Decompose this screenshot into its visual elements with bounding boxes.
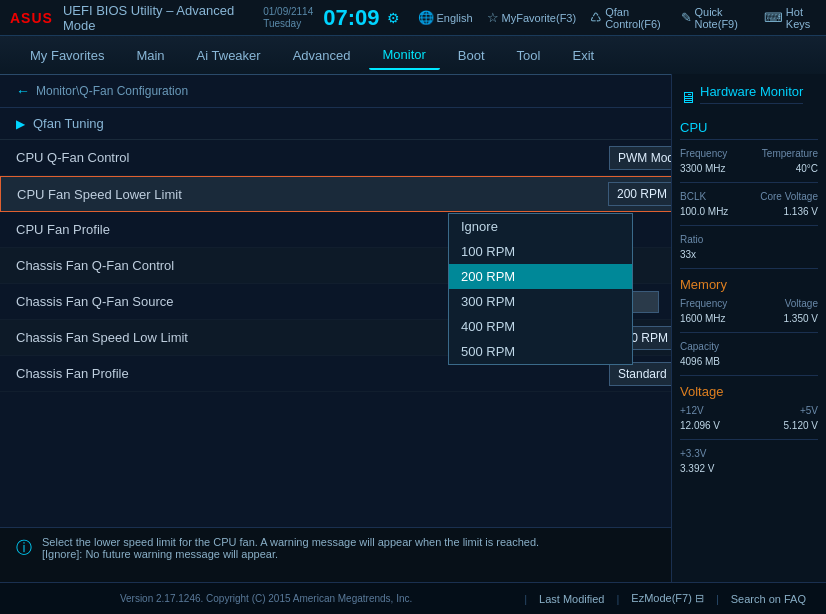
cpu-ratio-label: Ratio xyxy=(680,234,703,245)
copyright-text: Version 2.17.1246. Copyright (C) 2015 Am… xyxy=(20,593,512,604)
nav-tool[interactable]: Tool xyxy=(503,42,555,69)
nav-boot[interactable]: Boot xyxy=(444,42,499,69)
time-block: 01/09/2114 Tuesday 07:09 ⚙ xyxy=(263,5,399,31)
volt-33-label: +3.3V xyxy=(680,448,706,459)
cpu-ratio-values: 33x xyxy=(680,249,818,260)
cpu-bclk-row: BCLK Core Voltage xyxy=(680,191,818,202)
dropdown-value: 200 RPM xyxy=(617,187,667,201)
mem-freq-values: 1600 MHz 1.350 V xyxy=(680,313,818,324)
cpu-voltage-value: 1.136 V xyxy=(784,206,818,217)
breadcrumb-text: Monitor\Q-Fan Configuration xyxy=(36,84,188,98)
volt-33-row: +3.3V xyxy=(680,448,818,459)
qfan-label: Qfan Control(F6) xyxy=(605,6,666,30)
memory-section-title: Memory xyxy=(680,277,818,292)
cpu-ratio-row: Ratio xyxy=(680,234,818,245)
cpu-bclk-label: BCLK xyxy=(680,191,706,202)
mem-capacity-values: 4096 MB xyxy=(680,356,818,367)
voltage-section: Voltage +12V +5V 12.096 V 5.120 V +3.3V … xyxy=(680,384,818,474)
cpu-bclk-value: 100.0 MHz xyxy=(680,206,728,217)
section-expand-icon[interactable]: ▶ xyxy=(16,117,25,131)
back-arrow-icon[interactable]: ← xyxy=(16,83,30,99)
cpu-voltage-label: Core Voltage xyxy=(760,191,818,202)
dropdown-option-500rpm[interactable]: 500 RPM xyxy=(449,339,632,364)
hotkeys-icon: ⌨ xyxy=(764,10,783,25)
volt-12-value: 12.096 V xyxy=(680,420,720,431)
mem-capacity-label: Capacity xyxy=(680,341,719,352)
navbar: My Favorites Main Ai Tweaker Advanced Mo… xyxy=(0,36,826,74)
volt-33-values: 3.392 V xyxy=(680,463,818,474)
language-label: English xyxy=(437,12,473,24)
qfan-control-shortcut[interactable]: ♺ Qfan Control(F6) xyxy=(590,6,666,30)
volt-5-value: 5.120 V xyxy=(784,420,818,431)
my-favorites-shortcut[interactable]: ☆ MyFavorite(F3) xyxy=(487,10,577,25)
search-faq-link[interactable]: Search on FAQ xyxy=(731,593,806,605)
quick-note-label: Quick Note(F9) xyxy=(695,6,750,30)
memory-section: Memory Frequency Voltage 1600 MHz 1.350 … xyxy=(680,277,818,367)
dropdown-menu: Ignore 100 RPM 200 RPM 300 RPM 400 RPM 5… xyxy=(448,213,633,365)
cpu-freq-value: 3300 MHz xyxy=(680,163,726,174)
dropdown-option-200rpm[interactable]: 200 RPM xyxy=(449,264,632,289)
time-display: 07:09 xyxy=(323,5,379,31)
header-top-bar: ASUS UEFI BIOS Utility – Advanced Mode 0… xyxy=(0,0,826,36)
row-label: Chassis Fan Profile xyxy=(16,366,609,381)
language-icon: 🌐 xyxy=(418,10,434,25)
favorites-icon: ☆ xyxy=(487,10,499,25)
ezmode-link[interactable]: EzMode(F7) ⊟ xyxy=(631,592,704,605)
note-icon: ✎ xyxy=(681,10,692,25)
favorites-label: MyFavorite(F3) xyxy=(502,12,577,24)
language-selector[interactable]: 🌐 English xyxy=(418,10,473,25)
row-label: CPU Fan Speed Lower Limit xyxy=(17,187,608,202)
cpu-bclk-values: 100.0 MHz 1.136 V xyxy=(680,206,818,217)
mem-freq-label: Frequency xyxy=(680,298,727,309)
cpu-ratio-value: 33x xyxy=(680,249,696,260)
main-area: ← Monitor\Q-Fan Configuration ▶ Qfan Tun… xyxy=(0,75,826,523)
dropdown-option-ignore[interactable]: Ignore xyxy=(449,214,632,239)
mem-freq-row: Frequency Voltage xyxy=(680,298,818,309)
cpu-freq-label: Frequency xyxy=(680,148,727,159)
dropdown-value: Standard xyxy=(618,367,667,381)
nav-monitor[interactable]: Monitor xyxy=(369,41,440,70)
nav-advanced[interactable]: Advanced xyxy=(279,42,365,69)
dropdown-option-300rpm[interactable]: 300 RPM xyxy=(449,289,632,314)
qfan-icon: ♺ xyxy=(590,10,602,25)
section-title: Qfan Tuning xyxy=(33,116,104,131)
date-info: 01/09/2114 Tuesday xyxy=(263,6,313,30)
footer: Version 2.17.1246. Copyright (C) 2015 Am… xyxy=(0,582,826,614)
hardware-monitor-panel: 🖥 Hardware Monitor CPU Frequency Tempera… xyxy=(671,74,826,582)
volt-12-label: +12V xyxy=(680,405,704,416)
gear-icon[interactable]: ⚙ xyxy=(387,10,400,26)
mem-voltage-label: Voltage xyxy=(785,298,818,309)
bios-title: UEFI BIOS Utility – Advanced Mode xyxy=(63,3,245,33)
hot-keys-shortcut[interactable]: ⌨ Hot Keys xyxy=(764,6,816,30)
hot-keys-label: Hot Keys xyxy=(786,6,816,30)
nav-main[interactable]: Main xyxy=(122,42,178,69)
dropdown-option-100rpm[interactable]: 100 RPM xyxy=(449,239,632,264)
mem-voltage-value: 1.350 V xyxy=(784,313,818,324)
dropdown-option-400rpm[interactable]: 400 RPM xyxy=(449,314,632,339)
mem-capacity-row: Capacity xyxy=(680,341,818,352)
volt-12-row: +12V +5V xyxy=(680,405,818,416)
asus-logo: ASUS xyxy=(10,10,53,26)
cpu-temp-label: Temperature xyxy=(762,148,818,159)
cpu-frequency-values: 3300 MHz 40°C xyxy=(680,163,818,174)
volt-33-value: 3.392 V xyxy=(680,463,714,474)
last-modified-link[interactable]: Last Modified xyxy=(539,593,604,605)
voltage-section-title: Voltage xyxy=(680,384,818,399)
cpu-frequency-row: Frequency Temperature xyxy=(680,148,818,159)
mem-capacity-value: 4096 MB xyxy=(680,356,720,367)
header-icons: 🌐 English ☆ MyFavorite(F3) ♺ Qfan Contro… xyxy=(418,6,816,30)
cpu-temp-value: 40°C xyxy=(796,163,818,174)
nav-exit[interactable]: Exit xyxy=(558,42,608,69)
row-label: CPU Q-Fan Control xyxy=(16,150,609,165)
quick-note-shortcut[interactable]: ✎ Quick Note(F9) xyxy=(681,6,750,30)
monitor-icon: 🖥 xyxy=(680,89,696,107)
hardware-monitor-title: Hardware Monitor xyxy=(700,84,803,104)
mem-freq-value: 1600 MHz xyxy=(680,313,726,324)
volt-12-values: 12.096 V 5.120 V xyxy=(680,420,818,431)
cpu-section-title: CPU xyxy=(680,120,818,140)
volt-5-label: +5V xyxy=(800,405,818,416)
cpu-section: CPU Frequency Temperature 3300 MHz 40°C … xyxy=(680,120,818,260)
nav-ai-tweaker[interactable]: Ai Tweaker xyxy=(183,42,275,69)
nav-my-favorites[interactable]: My Favorites xyxy=(16,42,118,69)
